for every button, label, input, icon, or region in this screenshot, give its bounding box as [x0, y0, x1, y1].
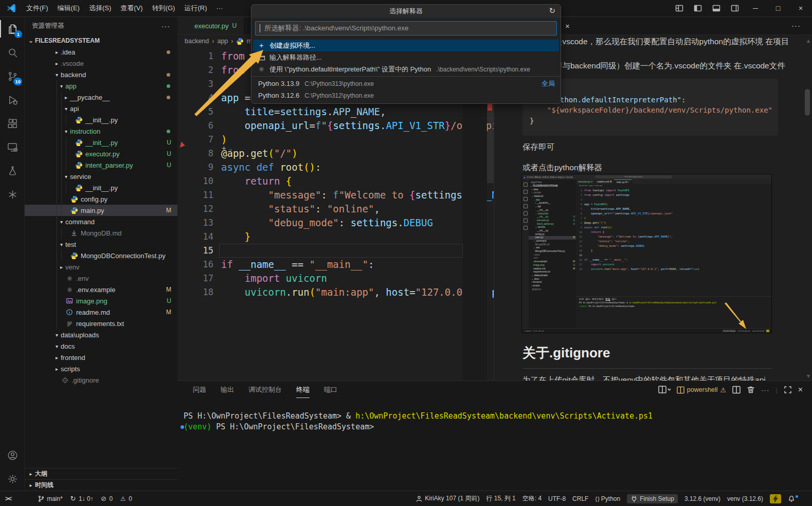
- status-cursor-position[interactable]: 行 15, 列 1: [486, 494, 515, 503]
- tree-item-.env.example[interactable]: .env.exampleM: [25, 284, 177, 295]
- terminal-more-actions-icon[interactable]: ···: [761, 386, 769, 394]
- quickpick-item-python-3126[interactable]: Python 3.12.6C:\Python312\python.exe: [253, 89, 559, 101]
- tree-item-intent_parser.py[interactable]: intent_parser.pyU: [25, 159, 177, 171]
- status-finish-setup[interactable]: Finish Setup: [627, 494, 678, 503]
- tree-item-instruction[interactable]: ▾instruction: [25, 125, 177, 137]
- interpreter-input[interactable]: [260, 25, 556, 32]
- scroll-down-icon[interactable]: ▼: [805, 373, 812, 380]
- activitybar-search[interactable]: [0, 41, 25, 64]
- status-branch[interactable]: main*: [38, 495, 63, 502]
- status-encoding[interactable]: UTF-8: [548, 495, 566, 502]
- section-0[interactable]: ▸大纲: [25, 468, 177, 479]
- tree-item-service[interactable]: ▾service: [25, 171, 177, 182]
- activitybar-testing[interactable]: [0, 159, 25, 183]
- split-terminal-dropdown-icon[interactable]: [658, 386, 671, 394]
- code-line-12[interactable]: 12 "status": "online",: [177, 202, 463, 216]
- activitybar-ai-assistant[interactable]: [0, 183, 25, 206]
- code-line-13[interactable]: 13 "debug_mode": settings.DEBUG: [177, 216, 463, 230]
- tree-item-MongoDBConnectionTest.py[interactable]: MongoDBConnectionTest.py: [25, 250, 177, 261]
- status-notifications[interactable]: [788, 495, 798, 502]
- tree-item-executor.py[interactable]: executor.pyU: [25, 148, 177, 159]
- tree-item-__init__.py[interactable]: __init__.py: [25, 114, 177, 125]
- tree-item-.gitignore[interactable]: .gitignore: [25, 374, 177, 386]
- activitybar-settings[interactable]: [0, 467, 25, 491]
- tree-item-main.py[interactable]: main.pyM: [25, 205, 177, 216]
- breadcrumb-app[interactable]: app: [217, 38, 228, 45]
- tree-item-app[interactable]: ▾app: [25, 80, 177, 92]
- status-blame[interactable]: KiriAky 107 (1 周前): [416, 494, 479, 503]
- menu-1[interactable]: 编辑(E): [53, 3, 84, 14]
- refresh-icon[interactable]: ↻: [549, 6, 555, 15]
- menu-3[interactable]: 查看(V): [116, 3, 147, 14]
- tree-item-test[interactable]: ▾test: [25, 239, 177, 250]
- code-line-16[interactable]: 16if __name__ == "__main__":: [177, 258, 463, 272]
- workspace-root-folder[interactable]: ⌄ FILESREADSYSTEAM: [25, 35, 177, 46]
- tree-item-.env[interactable]: .env: [25, 273, 177, 284]
- remote-indicator[interactable]: ><: [5, 495, 11, 502]
- menu-0[interactable]: 文件(F): [22, 3, 53, 14]
- breadcrumb-backend[interactable]: backend: [185, 38, 209, 45]
- command-decoration-dot[interactable]: [181, 425, 184, 429]
- tree-item-backend[interactable]: ▾backend: [25, 69, 177, 80]
- quickpick-item-tag[interactable]: 全局: [542, 79, 555, 88]
- tree-item-docs[interactable]: ▾docs: [25, 340, 177, 352]
- terminal-output[interactable]: PS H:\OwnProject\FilesReadSysteam> & h:\…: [184, 411, 653, 432]
- tree-item-__pycache__[interactable]: ▸__pycache__: [25, 92, 177, 103]
- terminal-shell-label[interactable]: powershell ⚠: [677, 386, 726, 394]
- activitybar-account[interactable]: [0, 443, 25, 467]
- menu-5[interactable]: 运行(R): [179, 3, 211, 14]
- activitybar-explorer[interactable]: 1: [0, 17, 25, 41]
- preview-scrollbar[interactable]: [805, 89, 810, 116]
- activitybar-extensions[interactable]: [0, 112, 25, 135]
- code-line-10[interactable]: 10 return {: [177, 174, 463, 188]
- code-line-9[interactable]: 9async def root():: [177, 160, 463, 174]
- maximize-button[interactable]: □: [767, 0, 789, 17]
- tab-executor-py[interactable]: executor.py U: [177, 17, 243, 34]
- tree-item-venv[interactable]: ▸venv: [25, 261, 177, 273]
- tree-item-scripts[interactable]: ▸scripts: [25, 363, 177, 374]
- sidebar-more-actions-icon[interactable]: ···: [161, 22, 170, 30]
- panel-tab-调试控制台[interactable]: 调试控制台: [248, 385, 282, 398]
- code-line-17[interactable]: 17 import uvicorn: [177, 272, 463, 285]
- menu-4[interactable]: 转到(G): [148, 3, 180, 14]
- preview-more-actions-icon[interactable]: ···: [791, 21, 801, 30]
- panel-tab-问题[interactable]: 问题: [193, 385, 206, 398]
- code-line-15[interactable]: 15: [177, 244, 463, 258]
- maximize-panel-icon[interactable]: [784, 386, 792, 394]
- code-line-11[interactable]: 11 "message": f"Welcome to {settings.APP…: [177, 188, 463, 202]
- toggle-secondary-sidebar-icon[interactable]: [731, 4, 739, 12]
- tree-item-image.png[interactable]: image.pngU: [25, 295, 177, 306]
- panel-tab-端口[interactable]: 端口: [324, 385, 337, 398]
- tree-item-.idea[interactable]: ▸.idea: [25, 46, 177, 58]
- status-python-interpreter[interactable]: 3.12.6 (venv): [684, 495, 720, 502]
- menu-2[interactable]: 选择(S): [84, 3, 116, 14]
- minimize-button[interactable]: ─: [744, 0, 767, 17]
- tree-item-__init__.py[interactable]: __init__.py: [25, 182, 177, 193]
- close-button[interactable]: ×: [789, 0, 812, 17]
- status-warnings[interactable]: ⚠0: [119, 495, 132, 502]
- customize-layout-icon[interactable]: [675, 4, 683, 12]
- quickpick-item-create-venv[interactable]: ＋创建虚拟环境...: [253, 40, 559, 51]
- toggle-primary-sidebar-icon[interactable]: [694, 4, 702, 12]
- tree-item-api[interactable]: ▾api: [25, 103, 177, 114]
- section-1[interactable]: ▸时间线: [25, 479, 177, 491]
- code-line-5[interactable]: 5 title=settings.APP_NAME,: [177, 105, 463, 119]
- close-panel-icon[interactable]: ×: [798, 385, 803, 394]
- status-indentation[interactable]: 空格: 4: [522, 494, 542, 503]
- tree-item-MongoDB.md[interactable]: MongoDB.md: [25, 227, 177, 239]
- code-line-6[interactable]: 6 openapi_url=f"{settings.API_V1_STR}/op…: [177, 119, 463, 133]
- split-terminal-icon[interactable]: [732, 386, 741, 394]
- panel-tab-终端[interactable]: 终端: [296, 385, 310, 398]
- tree-item-.vscode[interactable]: ▸.vscode: [25, 58, 177, 69]
- inline-ai-sparkle-icon[interactable]: ⌄: [221, 146, 233, 152]
- close-tab-icon[interactable]: ×: [565, 22, 570, 30]
- tree-item-frontend[interactable]: ▸frontend: [25, 352, 177, 363]
- tree-item-data_uploads[interactable]: ▾data\uploads: [25, 329, 177, 340]
- kill-terminal-icon[interactable]: [747, 386, 755, 394]
- tree-item-readme.md[interactable]: readme.mdM: [25, 306, 177, 318]
- quickpick-item-enter-interpreter-path[interactable]: 输入解释器路径...: [253, 51, 559, 63]
- tree-item-config.py[interactable]: config.py: [25, 193, 177, 205]
- panel-tab-输出[interactable]: 输出: [221, 385, 234, 398]
- activitybar-remote-explorer[interactable]: [0, 135, 25, 159]
- status-sync[interactable]: ↻1↓ 0↑: [69, 495, 94, 502]
